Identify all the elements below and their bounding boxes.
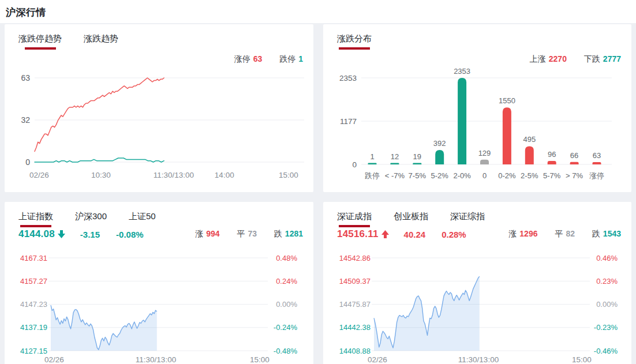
sz-index-quote: 14516.11 40.24 0.28% 涨1296 平82 跌1543 bbox=[337, 228, 621, 240]
svg-text:0: 0 bbox=[352, 160, 357, 169]
svg-text:2353: 2353 bbox=[339, 74, 357, 82]
svg-text:14475.87: 14475.87 bbox=[339, 300, 371, 309]
svg-text:4127.15: 4127.15 bbox=[20, 347, 47, 355]
svg-text:跌停: 跌停 bbox=[365, 171, 380, 180]
tab-distribution[interactable]: 涨跌分布 bbox=[337, 33, 372, 50]
tab-szse-component[interactable]: 深证成指 bbox=[337, 211, 372, 227]
svg-text:66: 66 bbox=[570, 151, 578, 160]
svg-text:-0.23%: -0.23% bbox=[594, 323, 618, 332]
decliners-value: 2777 bbox=[603, 54, 621, 63]
up-arrow-icon bbox=[381, 230, 389, 238]
panel-distribution: 涨跌分布 上涨2270 下跌2777 2353117701跌停12< -7%19… bbox=[323, 24, 631, 192]
advancers-stat: 上涨2270 bbox=[530, 54, 569, 63]
svg-text:2353: 2353 bbox=[454, 67, 470, 76]
sh-index-change: -3.15 bbox=[80, 230, 100, 239]
distribution-tabs: 涨跌分布 bbox=[323, 24, 631, 50]
sh-index-area-chart: 4167.310.48%4157.270.24%4147.230.00%4137… bbox=[5, 248, 313, 364]
svg-text:63: 63 bbox=[21, 73, 30, 82]
svg-text:02/26: 02/26 bbox=[44, 355, 64, 364]
limit-trend-stats: 涨停63 跌停1 bbox=[234, 54, 303, 65]
svg-text:4147.23: 4147.23 bbox=[20, 300, 47, 309]
svg-text:0.48%: 0.48% bbox=[276, 254, 297, 262]
sz-down-stat: 跌1543 bbox=[592, 229, 621, 238]
limit-up-value: 63 bbox=[253, 54, 263, 63]
decliners-label: 下跌 bbox=[584, 54, 600, 63]
sz-breadth-stats: 涨1296 平82 跌1543 bbox=[508, 229, 621, 239]
svg-text:495: 495 bbox=[523, 135, 536, 144]
sz-flat-value: 82 bbox=[566, 229, 575, 238]
sz-index-change-pct: 0.28% bbox=[442, 230, 466, 239]
sz-up-stat: 涨1296 bbox=[508, 229, 537, 238]
svg-text:0.46%: 0.46% bbox=[596, 254, 618, 262]
tab-sse50[interactable]: 上证50 bbox=[129, 211, 156, 227]
limit-down-value: 1 bbox=[298, 54, 303, 63]
sh-down-label: 跌 bbox=[274, 229, 282, 238]
svg-text:32: 32 bbox=[21, 115, 30, 125]
sh-down-value: 1281 bbox=[285, 229, 303, 238]
svg-text:14542.86: 14542.86 bbox=[339, 254, 371, 262]
svg-text:2-0%: 2-0% bbox=[453, 171, 471, 180]
sz-flat-label: 平 bbox=[555, 229, 563, 238]
limit-down-label: 跌停 bbox=[279, 54, 295, 63]
sz-index-area-chart: 14542.860.46%14509.370.23%14475.870.00%1… bbox=[323, 248, 631, 364]
svg-text:< -7%: < -7% bbox=[385, 171, 405, 180]
svg-text:11:30/13:00: 11:30/13:00 bbox=[154, 171, 194, 179]
tab-szse-composite[interactable]: 深证综指 bbox=[450, 211, 485, 227]
svg-text:-0.46%: -0.46% bbox=[594, 347, 618, 355]
svg-text:5-7%: 5-7% bbox=[543, 171, 561, 180]
svg-text:02/26: 02/26 bbox=[368, 355, 387, 364]
sz-down-label: 跌 bbox=[592, 229, 600, 238]
svg-text:19: 19 bbox=[413, 152, 421, 161]
svg-text:15:00: 15:00 bbox=[572, 355, 592, 364]
distribution-bar-chart: 2353117701跌停12< -7%197-5%3925-2%23532-0%… bbox=[323, 65, 631, 189]
tab-sse-composite[interactable]: 上证指数 bbox=[18, 211, 53, 227]
top-header-bar: 沪深行情 bbox=[0, 0, 636, 23]
svg-text:392: 392 bbox=[433, 139, 446, 148]
sz-flat-stat: 平82 bbox=[555, 229, 575, 238]
sz-up-label: 涨 bbox=[508, 229, 517, 238]
sh-index-change-pct: -0.08% bbox=[116, 230, 144, 239]
panel-sh-index: 上证指数 沪深300 上证50 4144.08 -3.15 -0.08% 涨99… bbox=[5, 202, 313, 364]
limit-down-stat: 跌停1 bbox=[279, 54, 303, 63]
sz-up-value: 1296 bbox=[519, 229, 537, 238]
limit-up-label: 涨停 bbox=[234, 54, 250, 63]
panel-limit-trend: 涨跌停趋势 涨跌趋势 涨停63 跌停1 6332002/2610:3011:30… bbox=[5, 24, 313, 192]
advancers-label: 上涨 bbox=[530, 54, 546, 63]
svg-text:涨停: 涨停 bbox=[589, 171, 604, 180]
sz-index-change: 40.24 bbox=[404, 230, 426, 239]
limit-up-stat: 涨停63 bbox=[234, 54, 264, 63]
page-title: 沪深行情 bbox=[0, 0, 636, 19]
sh-up-stat: 涨994 bbox=[195, 229, 219, 238]
svg-text:5-2%: 5-2% bbox=[431, 171, 449, 180]
svg-text:1: 1 bbox=[370, 152, 374, 161]
sz-index-value: 14516.11 bbox=[337, 228, 379, 240]
svg-text:0-2%: 0-2% bbox=[498, 171, 516, 180]
sh-down-stat: 跌1281 bbox=[274, 229, 303, 238]
sh-flat-label: 平 bbox=[237, 229, 245, 238]
svg-text:11:30/13:00: 11:30/13:00 bbox=[458, 355, 499, 364]
sh-up-value: 994 bbox=[206, 229, 219, 238]
svg-text:14:00: 14:00 bbox=[215, 171, 234, 179]
limit-trend-line-chart: 6332002/2610:3011:30/13:0014:0015:00 bbox=[5, 69, 313, 185]
limit-trend-tabs: 涨跌停趋势 涨跌趋势 bbox=[5, 24, 313, 50]
sh-index-quote: 4144.08 -3.15 -0.08% 涨994 平73 跌1281 bbox=[18, 228, 303, 240]
svg-text:14509.37: 14509.37 bbox=[339, 277, 371, 286]
sh-flat-stat: 平73 bbox=[237, 229, 257, 238]
svg-text:0: 0 bbox=[25, 157, 30, 167]
svg-text:0.23%: 0.23% bbox=[596, 277, 618, 286]
svg-text:0: 0 bbox=[482, 171, 487, 180]
svg-text:12: 12 bbox=[391, 152, 399, 161]
decliners-stat: 下跌2777 bbox=[584, 54, 621, 63]
tab-limit-up-down-trend[interactable]: 涨跌停趋势 bbox=[18, 33, 62, 50]
svg-text:-0.48%: -0.48% bbox=[274, 347, 298, 355]
tab-csi300[interactable]: 沪深300 bbox=[75, 211, 107, 227]
svg-text:0.00%: 0.00% bbox=[276, 300, 297, 309]
tab-up-down-trend[interactable]: 涨跌趋势 bbox=[84, 33, 118, 50]
sz-down-value: 1543 bbox=[603, 229, 621, 238]
distribution-stats: 上涨2270 下跌2777 bbox=[530, 54, 621, 65]
svg-text:0.24%: 0.24% bbox=[276, 277, 297, 286]
advancers-value: 2270 bbox=[549, 54, 567, 63]
svg-text:14442.38: 14442.38 bbox=[339, 323, 371, 332]
svg-text:> 7%: > 7% bbox=[566, 171, 583, 180]
tab-chinext[interactable]: 创业板指 bbox=[394, 211, 428, 227]
